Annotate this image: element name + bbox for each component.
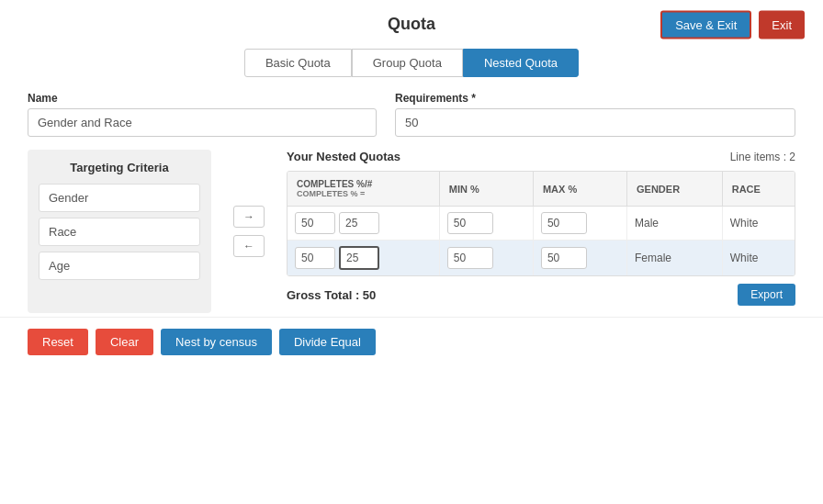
requirements-label: Requirements * bbox=[395, 92, 795, 105]
quota-table-container: COMPLETES %/# COMPLETES % = MIN % MAX % … bbox=[287, 171, 795, 276]
cell-completes bbox=[287, 241, 439, 276]
cell-min bbox=[439, 241, 533, 276]
col-max: MAX % bbox=[533, 172, 626, 207]
gross-total-label: Gross Total : 50 bbox=[287, 288, 376, 302]
targeting-criteria-panel: Targeting Criteria Gender Race Age bbox=[28, 150, 211, 313]
nested-quotas-title: Your Nested Quotas bbox=[287, 150, 400, 163]
cell-completes bbox=[287, 207, 439, 241]
min-input[interactable] bbox=[447, 212, 493, 234]
max-input[interactable] bbox=[541, 247, 587, 269]
completes-percent-input[interactable] bbox=[339, 246, 379, 270]
requirements-input[interactable] bbox=[395, 108, 795, 137]
exit-button[interactable]: Exit bbox=[759, 10, 805, 39]
completes-number-input[interactable] bbox=[295, 247, 335, 269]
export-button[interactable]: Export bbox=[738, 284, 795, 306]
arrow-left-button[interactable]: ← bbox=[233, 235, 265, 257]
name-label: Name bbox=[28, 92, 377, 105]
cell-gender: Female bbox=[627, 241, 723, 276]
completes-number-input[interactable] bbox=[295, 212, 335, 234]
tab-group: Basic Quota Group Quota Nested Quota bbox=[0, 49, 823, 77]
tab-basic-quota[interactable]: Basic Quota bbox=[244, 49, 352, 77]
table-row: MaleWhite bbox=[287, 207, 795, 241]
col-gender: GENDER bbox=[627, 172, 723, 207]
table-row: FemaleWhite bbox=[287, 241, 795, 276]
quota-table: COMPLETES %/# COMPLETES % = MIN % MAX % … bbox=[287, 172, 795, 275]
col-race: RACE bbox=[722, 172, 795, 207]
completes-percent-input[interactable] bbox=[339, 212, 379, 234]
col-min: MIN % bbox=[439, 172, 533, 207]
cell-min bbox=[439, 207, 533, 241]
cell-max bbox=[533, 241, 626, 276]
max-input[interactable] bbox=[541, 212, 587, 234]
line-items-count: Line items : 2 bbox=[730, 151, 795, 163]
targeting-item-gender[interactable]: Gender bbox=[39, 184, 200, 212]
divide-equal-button[interactable]: Divide Equal bbox=[279, 329, 376, 355]
targeting-item-age[interactable]: Age bbox=[39, 252, 200, 280]
cell-gender: Male bbox=[627, 207, 723, 241]
name-input[interactable] bbox=[28, 108, 377, 137]
targeting-title: Targeting Criteria bbox=[39, 161, 200, 174]
save-exit-button[interactable]: Save & Exit bbox=[660, 10, 751, 39]
nest-by-census-button[interactable]: Nest by census bbox=[161, 329, 272, 355]
reset-button[interactable]: Reset bbox=[28, 329, 88, 355]
cell-race: White bbox=[722, 241, 795, 276]
tab-nested-quota[interactable]: Nested Quota bbox=[463, 49, 579, 77]
clear-button[interactable]: Clear bbox=[96, 329, 153, 355]
tab-group-quota[interactable]: Group Quota bbox=[352, 49, 463, 77]
cell-max bbox=[533, 207, 626, 241]
arrow-right-button[interactable]: → bbox=[233, 206, 265, 228]
quota-section: Your Nested Quotas Line items : 2 COMPLE… bbox=[287, 150, 795, 313]
page-title: Quota bbox=[388, 15, 435, 34]
cell-race: White bbox=[722, 207, 795, 241]
targeting-item-race[interactable]: Race bbox=[39, 218, 200, 246]
arrow-buttons: → ← bbox=[226, 150, 272, 313]
min-input[interactable] bbox=[447, 247, 493, 269]
col-completes: COMPLETES %/# COMPLETES % = bbox=[287, 172, 439, 207]
